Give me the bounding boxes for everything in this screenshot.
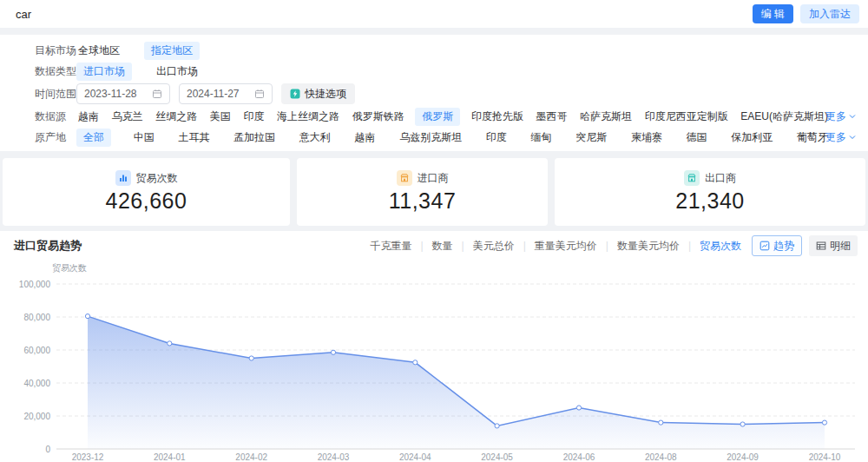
svg-text:2024-04: 2024-04 bbox=[399, 452, 431, 462]
separator: | bbox=[688, 240, 691, 252]
filter-row-time-range: 时间范围 2023-11-28 2024-11-27 bbox=[0, 82, 868, 106]
filter-option[interactable]: 印度 bbox=[484, 129, 509, 147]
metric-option[interactable]: 千克重量 bbox=[370, 239, 411, 254]
metric-toolbar: 千克重量|数量|美元总价|重量美元均价|数量美元均价|贸易次数 bbox=[370, 239, 741, 254]
top-bar: car 编 辑 加入雷达 bbox=[0, 0, 868, 28]
metric-option[interactable]: 数量美元均价 bbox=[617, 239, 680, 254]
filter-option[interactable]: 俄罗斯 bbox=[415, 108, 460, 126]
trend-tab-label: 趋势 bbox=[773, 239, 794, 254]
metric-option[interactable]: 重量美元均价 bbox=[535, 239, 597, 254]
svg-text:2024-05: 2024-05 bbox=[481, 452, 513, 462]
filter-option[interactable]: 保加利亚 bbox=[729, 129, 774, 147]
svg-text:100,000: 100,000 bbox=[19, 280, 51, 289]
chevron-down-icon bbox=[849, 113, 856, 120]
edit-button[interactable]: 编 辑 bbox=[753, 4, 793, 23]
filter-option[interactable]: 指定地区 bbox=[144, 42, 200, 60]
quick-options-button[interactable]: 快捷选项 bbox=[281, 83, 355, 104]
filter-option[interactable]: 乌克兰 bbox=[110, 108, 145, 126]
data-type-options: 进口市场出口市场 bbox=[76, 63, 200, 81]
filter-label: 原产地 bbox=[35, 130, 76, 145]
filter-option[interactable]: 全部 bbox=[76, 129, 111, 147]
filter-option[interactable]: 全球地区 bbox=[76, 42, 122, 60]
filter-option[interactable]: 俄罗斯铁路 bbox=[351, 108, 406, 126]
origin-options: 全部中国土耳其孟加拉国意大利越南乌兹别克斯坦印度缅甸突尼斯柬埔寨德国保加利亚葡萄… bbox=[76, 129, 830, 147]
svg-text:20,000: 20,000 bbox=[23, 412, 50, 421]
data-source-options: 越南乌克兰丝绸之路美国印度海上丝绸之路俄罗斯铁路俄罗斯印度抢先版墨西哥哈萨克斯坦… bbox=[76, 108, 830, 126]
svg-text:60,000: 60,000 bbox=[23, 346, 50, 355]
importer-store-icon bbox=[397, 170, 412, 186]
stat-card-exporters: 出口商 21,340 bbox=[555, 158, 865, 226]
filter-label: 目标市场 bbox=[35, 43, 76, 58]
add-radar-button[interactable]: 加入雷达 bbox=[800, 4, 859, 23]
more-link[interactable]: 更多 bbox=[825, 109, 856, 124]
svg-text:2023-12: 2023-12 bbox=[72, 452, 104, 462]
trend-chart-icon bbox=[760, 241, 770, 251]
detail-tab-button[interactable]: 明细 bbox=[809, 235, 858, 256]
filter-label: 数据类型 bbox=[35, 64, 76, 79]
filter-option[interactable]: 意大利 bbox=[298, 129, 332, 147]
target-market-options: 全球地区指定地区 bbox=[76, 42, 200, 60]
filter-option[interactable]: 哈萨克斯坦 bbox=[578, 108, 634, 126]
svg-text:2024-03: 2024-03 bbox=[318, 452, 350, 462]
filter-option[interactable]: EAEU(哈萨克斯坦) bbox=[739, 108, 830, 126]
stats-row: 贸易次数 426,660 进口商 11,347 bbox=[3, 158, 865, 226]
filter-option[interactable]: 越南 bbox=[352, 129, 377, 147]
start-date-input[interactable]: 2023-11-28 bbox=[76, 83, 170, 104]
stat-label: 进口商 bbox=[418, 171, 449, 186]
filter-option[interactable]: 印度抢先版 bbox=[470, 108, 525, 126]
filter-option[interactable]: 进口市场 bbox=[76, 63, 132, 81]
svg-text:2024-06: 2024-06 bbox=[563, 452, 595, 462]
filter-option[interactable]: 美国 bbox=[208, 108, 233, 126]
svg-text:贸易次数: 贸易次数 bbox=[52, 263, 87, 273]
more-link[interactable]: 更多 bbox=[825, 130, 856, 145]
filter-option[interactable]: 越南 bbox=[76, 108, 101, 126]
filter-option[interactable]: 柬埔寨 bbox=[629, 129, 664, 147]
detail-tab-label: 明细 bbox=[830, 239, 851, 254]
filter-option[interactable]: 中国 bbox=[132, 129, 156, 147]
stat-value: 426,660 bbox=[106, 188, 187, 214]
separator: | bbox=[462, 240, 464, 252]
trend-tab-button[interactable]: 趋势 bbox=[752, 235, 802, 256]
filter-option[interactable]: 丝绸之路 bbox=[154, 108, 199, 126]
stat-value: 21,340 bbox=[675, 188, 744, 214]
filter-option[interactable]: 墨西哥 bbox=[534, 108, 569, 126]
metric-option[interactable]: 贸易次数 bbox=[700, 239, 741, 254]
filter-option[interactable]: 孟加拉国 bbox=[232, 129, 277, 147]
metric-option[interactable]: 美元总价 bbox=[473, 239, 515, 254]
filter-option[interactable]: 缅甸 bbox=[529, 129, 554, 147]
start-date-value: 2023-11-28 bbox=[84, 88, 137, 100]
trend-line-chart[interactable]: 贸易次数020,00040,00060,00080,000100,0002023… bbox=[0, 261, 868, 462]
stat-value: 11,347 bbox=[389, 188, 457, 214]
quick-options-label: 快捷选项 bbox=[305, 87, 346, 102]
svg-text:2024-02: 2024-02 bbox=[235, 452, 267, 462]
more-label: 更多 bbox=[825, 130, 846, 145]
filter-option[interactable]: 德国 bbox=[685, 129, 709, 147]
end-date-input[interactable]: 2024-11-27 bbox=[179, 83, 273, 104]
filter-option[interactable]: 印度 bbox=[241, 108, 266, 126]
svg-text:2024-10: 2024-10 bbox=[809, 452, 841, 462]
trend-panel: 进口贸易趋势 千克重量|数量|美元总价|重量美元均价|数量美元均价|贸易次数 趋… bbox=[0, 231, 868, 462]
separator: | bbox=[420, 240, 423, 252]
more-label: 更多 bbox=[825, 109, 846, 124]
svg-text:40,000: 40,000 bbox=[23, 379, 50, 388]
stat-card-importers: 进口商 11,347 bbox=[297, 158, 548, 226]
filter-row-data-type: 数据类型 进口市场出口市场 bbox=[0, 61, 868, 82]
filter-option[interactable]: 葡萄牙 bbox=[795, 129, 830, 147]
page-title: car bbox=[16, 8, 31, 21]
metric-option[interactable]: 数量 bbox=[432, 239, 453, 254]
svg-text:2024-08: 2024-08 bbox=[645, 452, 677, 462]
svg-text:80,000: 80,000 bbox=[23, 313, 50, 322]
filter-option[interactable]: 土耳其 bbox=[176, 129, 211, 147]
svg-text:0: 0 bbox=[45, 445, 50, 454]
filter-option[interactable]: 印度尼西亚定制版 bbox=[643, 108, 730, 126]
chevron-down-icon bbox=[849, 134, 856, 141]
filter-option[interactable]: 海上丝绸之路 bbox=[275, 108, 341, 126]
filter-option[interactable]: 乌兹别克斯坦 bbox=[398, 129, 464, 147]
filter-option[interactable]: 出口市场 bbox=[155, 63, 200, 81]
svg-text:2024-09: 2024-09 bbox=[727, 452, 759, 462]
filter-option[interactable]: 突尼斯 bbox=[574, 129, 608, 147]
end-date-value: 2024-11-27 bbox=[187, 88, 240, 100]
calendar-icon bbox=[152, 89, 162, 99]
separator: | bbox=[523, 240, 526, 252]
filter-label: 数据源 bbox=[35, 109, 76, 124]
